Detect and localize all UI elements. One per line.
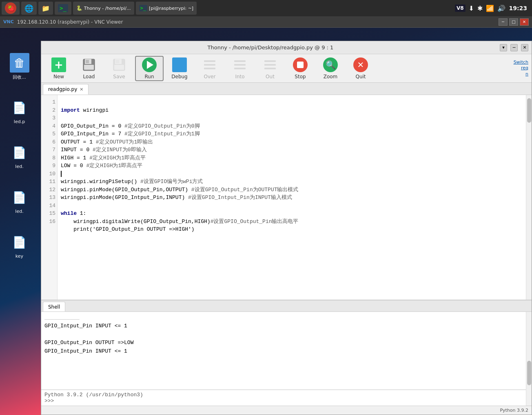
status-right: Python 3.9.2: [500, 408, 528, 413]
out-icon: [262, 57, 278, 72]
shell-scroll-wrapper: ___________ GPIO_Intput_Pin INPUT <= 1 G…: [41, 312, 532, 406]
code-editor[interactable]: 1 2 3 4 5 6 7 8 9 10 11 12 13 14 15 16: [41, 95, 526, 300]
line-num-1: 1: [43, 98, 55, 106]
line-num-7: 7: [43, 146, 55, 154]
code-line-4: GPIO_Intput_Pin = 7 #定义GPIO_Intput_Pin为1…: [61, 131, 200, 137]
v8-icon: V8: [455, 4, 466, 12]
taskbar-files[interactable]: 📁: [38, 2, 53, 15]
vnc-minimize-btn[interactable]: ─: [499, 18, 508, 26]
editor-scrollbar[interactable]: [526, 95, 532, 300]
shell-output-line-0: ___________: [44, 313, 523, 322]
shell-inner: ___________ GPIO_Intput_Pin INPUT <= 1 G…: [41, 312, 526, 406]
desktop-icon-led1-label: led.p: [14, 119, 25, 124]
run-button[interactable]: Run: [135, 56, 164, 81]
shell-output[interactable]: ___________ GPIO_Intput_Pin INPUT <= 1 G…: [41, 312, 526, 389]
over-bars-icon: [202, 57, 217, 72]
thonny-window: Thonny - /home/pi/Desktop/readgpio.py @ …: [41, 41, 532, 415]
line-num-6: 6: [43, 138, 55, 146]
new-button[interactable]: + New: [44, 56, 73, 81]
code-line-8: LOW = 0 #定义HIGH为1即高点平: [61, 163, 142, 169]
quit-button[interactable]: ✕ Quit: [346, 56, 375, 81]
play-triangle: [147, 61, 153, 69]
thonny-close-btn[interactable]: ✕: [521, 44, 528, 51]
line-num-15: 15: [43, 210, 55, 218]
load-button[interactable]: Load: [75, 56, 103, 81]
new-plus-icon: +: [51, 57, 66, 72]
thonny-dropdown-btn[interactable]: ▾: [500, 44, 507, 51]
taskbar: 🍓 🌐 📁 >_ 🐍 Thonny - /home/pi/... >_ [pi@…: [0, 0, 532, 16]
desktop-icon-trash[interactable]: 🗑 回收...: [4, 53, 35, 80]
code-content[interactable]: import wiringpi GPIO_Output_Pin = 0 #定义G…: [58, 95, 526, 300]
code-line-14: while 1:: [61, 210, 86, 216]
out-button[interactable]: Out: [256, 56, 284, 81]
shell-scrollbar[interactable]: [526, 312, 532, 406]
desktop-icon-led2[interactable]: 📄 led.: [4, 143, 35, 169]
code-line-5: OUTPUT = 1 #定义OUTPUT为1即输出: [61, 139, 153, 145]
tab-close-icon[interactable]: ✕: [80, 87, 83, 92]
desktop-icon-led3[interactable]: 📄 led.: [4, 188, 35, 214]
globe-icon: 🌐: [24, 4, 33, 13]
shell-scrollbar-thumb: [527, 361, 531, 385]
taskbar-pi-terminal-label: [pi@raspberrypi: ~]: [149, 6, 193, 11]
code-line-16: print('GPIO_Output_Pin OUTPUT =>HIGH'): [61, 226, 195, 232]
desktop-icon-trash-label: 回收...: [13, 74, 26, 80]
shell-tab[interactable]: Shell: [43, 302, 65, 311]
quit-label: Quit: [355, 74, 366, 79]
debug-lines-icon: [174, 61, 185, 68]
save-floppy-icon: [112, 57, 126, 72]
shell-output-line-1: GPIO_Intput_Pin INPUT <= 1: [44, 322, 523, 331]
download-icon[interactable]: ⬇: [469, 4, 474, 12]
desktop-icon-key[interactable]: 📄 key: [4, 232, 35, 259]
taskbar-raspi[interactable]: 🍓: [2, 2, 20, 15]
stop-circle-icon: [293, 57, 308, 72]
load-label: Load: [83, 74, 95, 79]
taskbar-browser[interactable]: 🌐: [21, 2, 37, 15]
shell-output-line-2: [44, 331, 523, 339]
code-line-9: [61, 171, 65, 177]
vnc-titlebar: VNC 192.168.120.10 (raspberrypi) - VNC V…: [0, 16, 532, 28]
desktop-icon-led1[interactable]: 📄 led.p: [4, 98, 35, 124]
into-button[interactable]: Into: [226, 56, 254, 81]
vnc-logo: VNC: [3, 19, 14, 24]
line-num-2: 2: [43, 106, 55, 115]
shell-tab-label: Shell: [48, 304, 60, 310]
vnc-close-btn[interactable]: ✕: [520, 18, 529, 26]
wifi-icon[interactable]: 📶: [486, 4, 494, 12]
zoom-button[interactable]: 🔍 Zoom: [316, 56, 345, 81]
file-icon-4: 📄: [10, 232, 29, 252]
line-num-3: 3: [43, 114, 55, 122]
taskbar-right: V8 ⬇ ✱ 📶 🔊 19:23: [455, 4, 530, 12]
stop-button[interactable]: Stop: [286, 56, 315, 81]
file-tab[interactable]: readgpio.py ✕: [43, 84, 89, 95]
thonny-titlebar: Thonny - /home/pi/Desktop/readgpio.py @ …: [41, 41, 532, 54]
desktop: 🍓 🌐 📁 >_ 🐍 Thonny - /home/pi/... >_ [pi@…: [0, 0, 532, 415]
svg-rect-6: [116, 60, 119, 63]
folder-taskbar-icon: 📁: [42, 4, 50, 12]
taskbar-terminal[interactable]: >_: [55, 2, 71, 15]
shell-output-line-4: GPIO_Intput_Pin INPUT <= 1: [44, 347, 523, 356]
svg-rect-2: [86, 60, 89, 63]
toolbar: + New Load: [41, 54, 532, 83]
taskbar-thonny[interactable]: 🐍 Thonny - /home/pi/...: [73, 2, 134, 15]
over-button[interactable]: Over: [195, 56, 224, 81]
tab-filename: readgpio.py: [48, 86, 77, 92]
bluetooth-icon[interactable]: ✱: [477, 4, 483, 12]
shell-prompt[interactable]: >>>: [44, 398, 523, 404]
zoom-circle-icon: 🔍: [323, 57, 338, 72]
editor-area: 1 2 3 4 5 6 7 8 9 10 11 12 13 14 15 16: [41, 95, 532, 300]
new-icon: +: [51, 57, 66, 72]
debug-icon: [172, 57, 187, 72]
save-button[interactable]: Save: [105, 56, 133, 81]
taskbar-pi-terminal[interactable]: >_ [pi@raspberrypi: ~]: [136, 2, 197, 15]
zoom-icon: 🔍: [323, 57, 338, 72]
switch-button[interactable]: Switchreqn: [514, 60, 528, 77]
trash-icon: 🗑: [10, 53, 29, 73]
stop-square-icon: [297, 62, 304, 68]
vnc-maximize-btn[interactable]: □: [509, 18, 518, 26]
volume-icon[interactable]: 🔊: [497, 4, 505, 12]
shell-output-line-3: GPIO_Output_Pin OUTPUT =>LOW: [44, 339, 523, 347]
debug-button[interactable]: Debug: [165, 56, 194, 81]
thonny-minimize-btn[interactable]: ─: [510, 44, 518, 51]
svg-rect-3: [84, 65, 94, 70]
over-label: Over: [204, 74, 216, 79]
